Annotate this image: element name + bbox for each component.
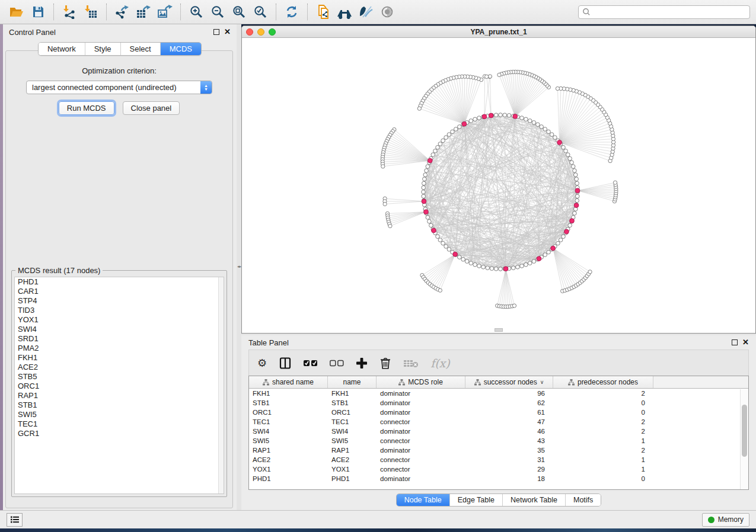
right-column: YPA_prune.txt_1 Table Panel ✕ [241,24,756,510]
table-row[interactable]: PHD1PHD1dominator180 [249,474,748,483]
export-network-icon[interactable] [111,2,133,22]
tab-mcds[interactable]: MCDS [160,43,201,55]
mcds-result-item[interactable]: SWI5 [15,410,224,419]
select-stepper-icon: ▲▼ [200,81,212,94]
table-row[interactable]: SWI5SWI5connector431 [249,436,748,446]
close-panel-button[interactable]: Close panel [123,101,180,115]
mcds-result-item[interactable]: FKH1 [15,353,224,363]
search-binoculars-icon[interactable] [334,2,355,22]
table-row[interactable]: TEC1TEC1connector472 [249,417,748,427]
export-image-icon[interactable] [154,2,176,22]
import-network-icon[interactable] [59,2,80,22]
table-cell: TEC1 [249,418,328,425]
mcds-result-item[interactable]: SRD1 [15,334,224,344]
zoom-fit-icon[interactable] [228,2,250,22]
column-header-successor-nodes[interactable]: successor nodes∨ [465,376,553,388]
tab-style[interactable]: Style [85,43,120,55]
add-column-icon[interactable] [356,356,368,370]
mcds-result-item[interactable]: CAR1 [15,287,224,296]
panel-menu-button[interactable] [7,513,23,527]
mcds-result-item[interactable]: TID3 [15,306,224,315]
shared-column-icon [474,379,481,386]
refresh-icon[interactable] [281,2,302,22]
memory-button[interactable]: Memory [702,513,749,527]
splitter-handle-icon[interactable]: ◂▸ [237,264,241,268]
table-cell: 96 [465,390,553,397]
zoom-selected-icon[interactable] [250,2,271,22]
mcds-result-item[interactable]: PMA2 [15,344,224,353]
mcds-result-list[interactable]: PHD1CAR1STP4TID3YOX1SWI4SRD1PMA2FKH1ACE2… [14,277,224,494]
mcds-result-item[interactable]: TEC1 [15,419,224,429]
network-window-titlebar[interactable]: YPA_prune.txt_1 [242,26,755,38]
delete-table-icon[interactable] [403,356,419,370]
tab-network-table[interactable]: Network Table [502,494,565,506]
table-row[interactable]: ORC1ORC1dominator610 [249,408,748,417]
criterion-select[interactable]: largest connected component (undirected)… [26,81,212,94]
save-session-icon[interactable] [27,2,49,22]
show-hide-panel-eye-icon[interactable] [377,2,398,22]
column-header-MCDS-role[interactable]: MCDS role [377,376,465,388]
global-search[interactable] [578,5,750,19]
settings-gear-icon[interactable]: ⚙ [257,356,267,370]
clone-network-icon[interactable] [312,2,334,22]
criterion-selected-value: largest connected component (undirected) [27,83,200,92]
export-table-icon[interactable] [133,2,154,22]
mcds-result-item[interactable]: STB5 [15,372,224,382]
float-panel-icon[interactable] [213,29,219,35]
table-row[interactable]: SWI4SWI4dominator462 [249,427,748,436]
table-row[interactable]: FKH1FKH1dominator962 [249,389,748,398]
shared-column-icon [398,379,405,386]
close-table-panel-icon[interactable]: ✕ [742,339,749,345]
deselect-all-icon[interactable] [330,356,344,370]
vertical-splitter[interactable]: ◂▸ [237,24,241,510]
table-row[interactable]: RAP1RAP1dominator352 [249,446,748,455]
table-cell: 1 [553,456,653,463]
apply-function-icon[interactable]: f(x) [430,356,450,370]
float-table-panel-icon[interactable] [732,339,738,345]
table-cell: 62 [465,399,553,406]
table-row[interactable]: ACE2ACE2connector311 [249,455,748,464]
canvas-resize-handle[interactable] [495,328,503,332]
zoom-in-icon[interactable] [186,2,207,22]
table-scrollbar[interactable] [740,389,748,489]
mcds-result-item[interactable]: PHD1 [15,277,224,287]
tab-edge-table[interactable]: Edge Table [449,494,502,506]
network-window: YPA_prune.txt_1 [241,25,756,334]
show-columns-icon[interactable] [279,356,292,370]
table-row[interactable]: STB1STB1dominator620 [249,398,748,408]
run-mcds-button[interactable]: Run MCDS [59,101,114,115]
tab-network[interactable]: Network [39,43,85,55]
mcds-result-item[interactable]: ACE2 [15,363,224,372]
style-preview-icon[interactable] [355,2,377,22]
table-cell: FKH1 [328,390,377,397]
table-row[interactable]: YOX1YOX1connector291 [249,464,748,474]
table-cell: 29 [465,466,553,473]
table-scrollbar-thumb[interactable] [742,405,747,457]
column-header-shared-name[interactable]: shared name [249,376,328,388]
network-canvas[interactable] [242,38,755,333]
mcds-result-item[interactable]: RAP1 [15,391,224,400]
tab-select[interactable]: Select [120,43,160,55]
status-bar: Memory [0,510,756,528]
select-all-icon[interactable] [304,356,318,370]
tab-node-table[interactable]: Node Table [397,494,449,506]
mcds-result-item[interactable]: YOX1 [15,315,224,325]
mcds-result-item[interactable]: ORC1 [15,382,224,391]
column-header-predecessor-nodes[interactable]: predecessor nodes [553,376,653,388]
table-cell: ACE2 [328,456,377,463]
tab-motifs[interactable]: Motifs [565,494,601,506]
open-file-icon[interactable] [6,2,27,22]
network-graph[interactable] [242,38,755,332]
search-input[interactable] [591,8,746,16]
mcds-result-item[interactable]: GCR1 [15,429,224,438]
delete-column-trash-icon[interactable] [379,356,391,370]
mcds-list-scrollbar[interactable] [218,277,224,493]
mcds-result-item[interactable]: STP4 [15,296,224,306]
zoom-out-icon[interactable] [207,2,228,22]
mcds-result-item[interactable]: SWI4 [15,325,224,334]
import-table-icon[interactable] [80,2,101,22]
column-header-name[interactable]: name [328,376,377,388]
close-panel-icon[interactable]: ✕ [224,29,231,35]
table-cell: dominator [377,447,465,454]
mcds-result-item[interactable]: STB1 [15,400,224,410]
